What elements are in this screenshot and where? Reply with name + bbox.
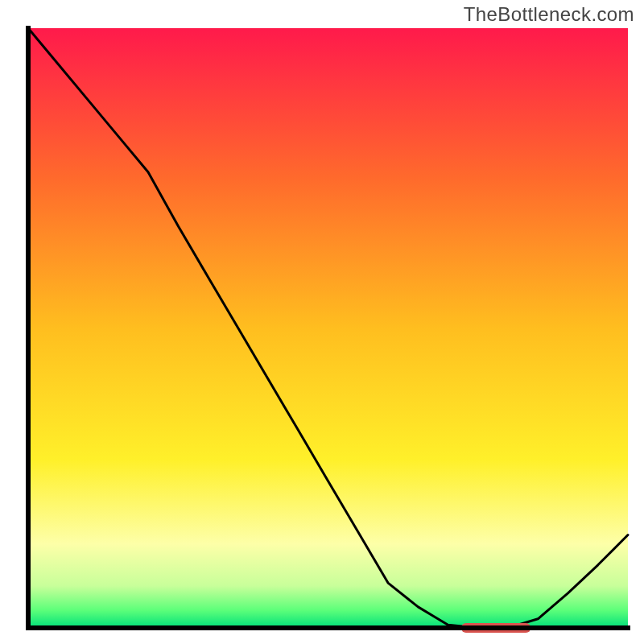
watermark-text: TheBottleneck.com [464,3,634,26]
plot-background [28,28,628,628]
bottleneck-chart [0,0,644,644]
